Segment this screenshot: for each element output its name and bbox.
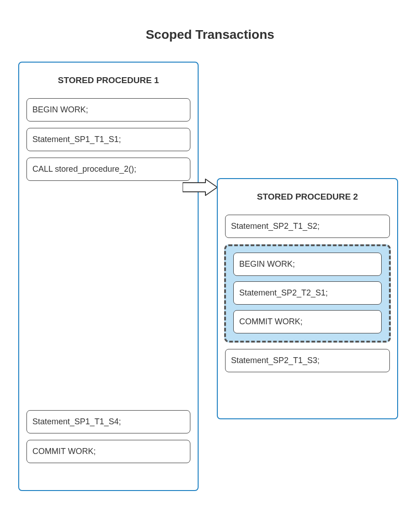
diagram-title: Scoped Transactions: [0, 27, 420, 42]
proc2-statement-1: Statement_SP2_T1_S2;: [225, 215, 390, 238]
stored-procedure-2-box: STORED PROCEDURE 2 Statement_SP2_T1_S2; …: [217, 178, 398, 419]
scoped-transaction-block: BEGIN WORK; Statement_SP2_T2_S1; COMMIT …: [224, 244, 391, 343]
call-arrow: [183, 178, 219, 196]
proc1-statement-1: Statement_SP1_T1_S1;: [26, 128, 190, 151]
proc1-title: STORED PROCEDURE 1: [19, 75, 198, 85]
proc1-commit-work: COMMIT WORK;: [26, 440, 190, 463]
stored-procedure-1-box: STORED PROCEDURE 1 BEGIN WORK; Statement…: [18, 62, 199, 491]
proc2-scoped-commit: COMMIT WORK;: [233, 310, 382, 333]
proc1-begin-work: BEGIN WORK;: [26, 98, 190, 121]
proc2-scoped-statement: Statement_SP2_T2_S1;: [233, 281, 382, 305]
proc1-call-sp2: CALL stored_procedure_2();: [26, 158, 190, 181]
proc1-vertical-gap: [19, 187, 198, 410]
arrow-right-icon: [183, 178, 219, 196]
proc1-statement-4: Statement_SP1_T1_S4;: [26, 410, 190, 433]
proc2-statement-3: Statement_SP2_T1_S3;: [225, 349, 390, 372]
proc2-scoped-begin: BEGIN WORK;: [233, 253, 382, 276]
proc2-title: STORED PROCEDURE 2: [218, 192, 397, 202]
